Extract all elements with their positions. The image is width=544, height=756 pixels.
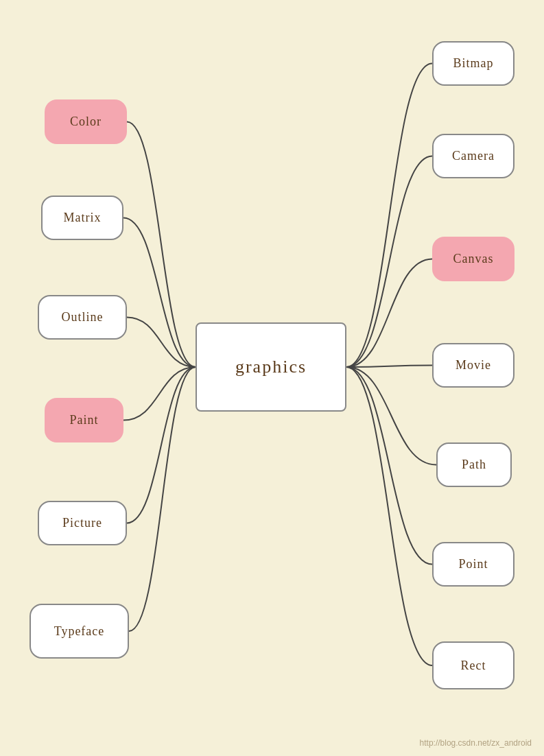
node-movie: Movie bbox=[432, 343, 515, 388]
center-node: graphics bbox=[196, 322, 346, 412]
node-camera: Camera bbox=[432, 134, 515, 178]
node-bitmap: Bitmap bbox=[432, 41, 515, 86]
node-canvas: Canvas bbox=[432, 237, 515, 281]
node-rect: Rect bbox=[432, 641, 515, 689]
node-point: Point bbox=[432, 542, 515, 587]
node-paint: Paint bbox=[45, 398, 123, 442]
watermark: http://blog.csdn.net/zx_android bbox=[420, 738, 532, 748]
node-picture: Picture bbox=[38, 501, 127, 545]
node-typeface: Typeface bbox=[29, 604, 129, 659]
node-color: Color bbox=[45, 99, 127, 144]
node-outline: Outline bbox=[38, 295, 127, 340]
node-path: Path bbox=[436, 442, 512, 487]
node-matrix: Matrix bbox=[41, 196, 123, 240]
